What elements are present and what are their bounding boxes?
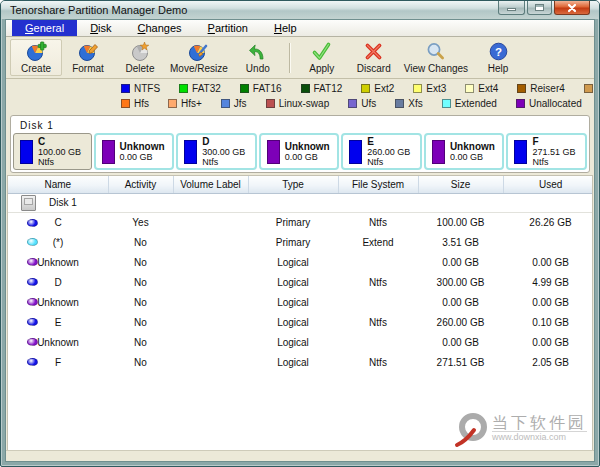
cell-used: 26.26 GB <box>503 212 593 232</box>
toolbar-button-view-changes[interactable]: View Changes <box>400 39 472 76</box>
cell-size: 271.51 GB <box>418 352 503 372</box>
cell-used: 0.00 GB <box>503 292 593 312</box>
legend-item-unallocated: Unallocated <box>516 98 582 109</box>
legend-label: Ext2 <box>374 83 394 94</box>
partition-block-unknown-5[interactable]: Unknown0.00 GB <box>424 133 505 170</box>
watermark: 当下软件园 www.downxia.com <box>454 408 587 448</box>
column-header-type[interactable]: Type <box>248 176 338 193</box>
toolbar-button-format[interactable]: Format <box>62 39 114 76</box>
table-row-0[interactable]: CYesPrimaryNtfs100.00 GB26.26 GB <box>8 212 593 232</box>
disk-format-icon <box>78 41 99 62</box>
legend-swatch <box>179 84 188 93</box>
cell-type: Logical <box>248 292 338 312</box>
menu-item-label: D <box>90 22 98 34</box>
partition-color-bar <box>102 140 115 164</box>
filesystem-legend: NTFSFAT32FAT16FAT12Ext2Ext3Ext4Reiser4Re… <box>6 79 594 113</box>
partition-block-f-6[interactable]: F271.51 GB Ntfs <box>506 133 587 170</box>
cell-activity: No <box>108 252 173 272</box>
partition-block-c-0[interactable]: C100.00 GB Ntfs <box>13 133 92 170</box>
column-header-size[interactable]: Size <box>418 176 503 193</box>
cell-used: 2.05 GB <box>503 352 593 372</box>
cell-file-system <box>338 252 418 272</box>
toolbar-button-label: Create <box>21 63 51 74</box>
legend-label: Ext3 <box>426 83 446 94</box>
cell-volume-label <box>173 272 248 292</box>
cell-size: 0.00 GB <box>418 332 503 352</box>
disk-move-icon <box>188 41 209 62</box>
toolbar-button-label: Discard <box>357 63 391 74</box>
legend-swatch <box>168 99 177 108</box>
partition-block-unknown-1[interactable]: Unknown0.00 GB <box>94 133 175 170</box>
cell-volume-label <box>173 352 248 372</box>
partition-block-e-4[interactable]: E260.00 GB Ntfs <box>341 133 422 170</box>
legend-swatch <box>465 84 474 93</box>
legend-item-jfs: Jfs <box>221 98 247 109</box>
toolbar-button-create[interactable]: Create <box>10 39 62 76</box>
maximize-button[interactable] <box>527 1 552 15</box>
menu-item-label: H <box>274 22 282 34</box>
legend-row: HfsHfs+JfsLinux-swapUfsXfsExtendedUnallo… <box>121 98 594 109</box>
menu-item-label: isk <box>98 22 111 34</box>
column-header-volume-label[interactable]: Volume Label <box>173 176 248 193</box>
partition-name: Unknown <box>450 141 495 152</box>
cell-activity: No <box>108 232 173 252</box>
legend-label: Reiser4 <box>530 83 564 94</box>
column-header-activity[interactable]: Activity <box>108 176 173 193</box>
partition-block-unknown-3[interactable]: Unknown0.00 GB <box>259 133 340 170</box>
cell-used: 0.00 GB <box>503 332 593 352</box>
check-icon <box>311 41 332 62</box>
toolbar-button-discard[interactable]: Discard <box>348 39 400 76</box>
menu-item-partition[interactable]: Partition <box>195 20 261 36</box>
table-row-6[interactable]: UnknownNoLogical0.00 GB0.00 GB <box>8 332 593 352</box>
toolbar-button-delete[interactable]: Delete <box>114 39 166 76</box>
legend-swatch <box>221 99 230 108</box>
partition-block-d-2[interactable]: D300.00 GB Ntfs <box>176 133 257 170</box>
minimize-button[interactable] <box>498 1 525 15</box>
menu-item-general[interactable]: General <box>12 20 77 36</box>
title-bar[interactable]: Tenorshare Partition Manager Demo <box>1 1 599 19</box>
cell-type: Logical <box>248 352 338 372</box>
toolbar-button-apply[interactable]: Apply <box>296 39 348 76</box>
toolbar-button-label: Move/Resize <box>170 63 228 74</box>
cell-type: Logical <box>248 332 338 352</box>
partition-color-bar <box>432 140 445 164</box>
cell-size: 3.51 GB <box>418 232 503 252</box>
menu-item-help[interactable]: Help <box>261 20 310 36</box>
table-row-disk[interactable]: Disk 1 <box>8 193 593 212</box>
disk-add-icon <box>26 41 47 62</box>
close-button[interactable] <box>554 1 590 15</box>
cell-name: Unknown <box>37 337 79 348</box>
table-row-7[interactable]: FNoLogicalNtfs271.51 GB2.05 GB <box>8 352 593 372</box>
legend-item-ext4: Ext4 <box>465 83 498 94</box>
menu-item-changes[interactable]: Changes <box>125 20 195 36</box>
menu-item-label: artition <box>215 22 248 34</box>
partition-color-bar <box>20 140 33 164</box>
legend-label: Linux-swap <box>279 98 330 109</box>
toolbar-button-move-resize[interactable]: Move/Resize <box>166 39 232 76</box>
cell-size: 100.00 GB <box>418 212 503 232</box>
toolbar-button-help[interactable]: ?Help <box>472 39 524 76</box>
table-row-1[interactable]: (*)NoPrimaryExtend3.51 GB <box>8 232 593 252</box>
column-header-name[interactable]: Name <box>8 176 108 193</box>
partition-size: 0.00 GB <box>285 152 330 162</box>
menu-item-disk[interactable]: Disk <box>77 20 124 36</box>
column-header-file-system[interactable]: File System <box>338 176 418 193</box>
menu-item-label: hanges <box>146 22 182 34</box>
table-row-5[interactable]: ENoLogicalNtfs260.00 GB0.10 GB <box>8 312 593 332</box>
toolbar-button-undo[interactable]: Undo <box>232 39 284 76</box>
column-header-used[interactable]: Used <box>503 176 593 193</box>
partition-dot-icon <box>27 358 38 366</box>
partition-size: 0.00 GB <box>120 152 165 162</box>
cell-activity: No <box>108 292 173 312</box>
table-row-4[interactable]: UnknownNoLogical0.00 GB0.00 GB <box>8 292 593 312</box>
toolbar-button-label: Help <box>488 63 509 74</box>
cell-name: D <box>54 277 61 288</box>
cell-activity: No <box>108 352 173 372</box>
cell-size: 0.00 GB <box>418 292 503 312</box>
partition-dot-icon <box>27 278 38 286</box>
table-row-3[interactable]: DNoLogicalNtfs300.00 GB4.99 GB <box>8 272 593 292</box>
legend-label: Unallocated <box>529 98 582 109</box>
legend-label: Ufs <box>361 98 376 109</box>
table-row-2[interactable]: UnknownNoLogical0.00 GB0.00 GB <box>8 252 593 272</box>
cell-type: Logical <box>248 252 338 272</box>
